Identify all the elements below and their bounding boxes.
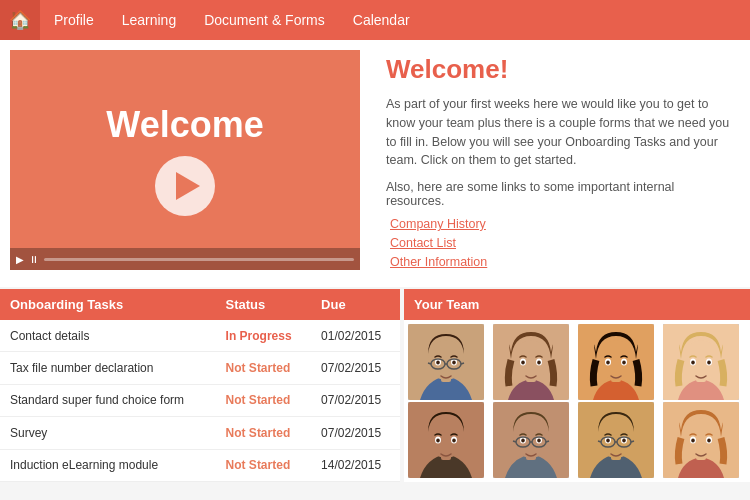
- team-avatar[interactable]: [578, 324, 654, 400]
- task-name: Standard super fund choice form: [0, 384, 216, 416]
- task-name: Survey: [0, 417, 216, 449]
- svg-point-70: [707, 439, 711, 443]
- nav-documents[interactable]: Document & Forms: [190, 0, 339, 40]
- svg-point-5: [436, 361, 440, 365]
- svg-point-45: [521, 439, 525, 443]
- svg-point-39: [452, 439, 456, 443]
- task-name: Contact details: [0, 320, 216, 352]
- play-button[interactable]: [155, 156, 215, 216]
- nav-learning[interactable]: Learning: [108, 0, 191, 40]
- table-row[interactable]: Standard super fund choice form Not Star…: [0, 384, 400, 416]
- svg-line-63: [631, 441, 634, 442]
- svg-line-51: [546, 441, 549, 442]
- welcome-panel: Welcome! As part of your first weeks her…: [376, 50, 740, 277]
- team-avatar[interactable]: [493, 402, 569, 478]
- resource-links: Company History Contact List Other Infor…: [386, 216, 730, 269]
- top-section: Welcome ▶ ⏸ Welcome! As part of your fir…: [0, 40, 750, 287]
- task-name: Tax file number declaration: [0, 352, 216, 384]
- nav-profile[interactable]: Profile: [40, 0, 108, 40]
- contact-list-link[interactable]: Contact List: [390, 236, 456, 250]
- table-row[interactable]: Survey Not Started 07/02/2015: [0, 417, 400, 449]
- svg-point-18: [537, 361, 541, 365]
- svg-point-17: [521, 361, 525, 365]
- svg-point-14: [513, 340, 549, 380]
- task-status: Not Started: [216, 449, 312, 481]
- svg-point-57: [606, 439, 610, 443]
- col-due: Due: [311, 289, 400, 320]
- home-button[interactable]: 🏠: [0, 0, 40, 40]
- task-list: Contact details In Progress 01/02/2015 T…: [0, 320, 400, 482]
- progress-bar[interactable]: [44, 258, 354, 261]
- task-due: 07/02/2015: [311, 352, 400, 384]
- svg-point-32: [707, 361, 711, 365]
- svg-point-25: [622, 361, 626, 365]
- task-due: 07/02/2015: [311, 417, 400, 449]
- team-avatar[interactable]: [493, 324, 569, 400]
- welcome-body: As part of your first weeks here we woul…: [386, 95, 730, 170]
- bottom-section: Onboarding Tasks Status Due Contact deta…: [0, 289, 750, 482]
- team-avatar[interactable]: [663, 324, 739, 400]
- svg-point-35: [428, 418, 464, 458]
- task-due: 07/02/2015: [311, 384, 400, 416]
- also-text: Also, here are some links to some import…: [386, 180, 730, 208]
- welcome-heading: Welcome!: [386, 54, 730, 85]
- svg-point-69: [691, 439, 695, 443]
- task-due: 01/02/2015: [311, 320, 400, 352]
- svg-point-28: [683, 340, 719, 380]
- svg-line-62: [598, 441, 601, 442]
- svg-line-10: [428, 363, 431, 364]
- svg-point-46: [537, 439, 541, 443]
- table-header: Onboarding Tasks Status Due: [0, 289, 400, 320]
- svg-point-38: [436, 439, 440, 443]
- task-status: Not Started: [216, 417, 312, 449]
- svg-point-58: [622, 439, 626, 443]
- svg-point-66: [683, 418, 719, 458]
- team-avatar[interactable]: [663, 402, 739, 478]
- table-row[interactable]: Induction eLearning module Not Started 1…: [0, 449, 400, 481]
- play-icon: [176, 172, 200, 200]
- team-avatar[interactable]: [408, 402, 484, 478]
- video-title: Welcome: [106, 104, 263, 146]
- task-name: Induction eLearning module: [0, 449, 216, 481]
- svg-point-24: [606, 361, 610, 365]
- company-history-link[interactable]: Company History: [390, 217, 486, 231]
- table-row[interactable]: Contact details In Progress 01/02/2015: [0, 320, 400, 352]
- navbar: 🏠 Profile Learning Document & Forms Cale…: [0, 0, 750, 40]
- task-status: In Progress: [216, 320, 312, 352]
- task-status: Not Started: [216, 352, 312, 384]
- video-controls: ▶ ⏸: [10, 248, 360, 270]
- svg-point-31: [691, 361, 695, 365]
- pause-icon[interactable]: ⏸: [29, 254, 39, 265]
- play-pause-icon[interactable]: ▶: [16, 254, 24, 265]
- col-task: Onboarding Tasks: [0, 289, 216, 320]
- team-header: Your Team: [404, 289, 750, 320]
- other-information-link[interactable]: Other Information: [390, 255, 487, 269]
- task-due: 14/02/2015: [311, 449, 400, 481]
- svg-line-50: [513, 441, 516, 442]
- table-row[interactable]: Tax file number declaration Not Started …: [0, 352, 400, 384]
- svg-line-11: [461, 363, 464, 364]
- onboarding-table: Onboarding Tasks Status Due Contact deta…: [0, 289, 400, 482]
- svg-point-6: [452, 361, 456, 365]
- team-avatar[interactable]: [578, 402, 654, 478]
- your-team-panel: Your Team: [404, 289, 750, 482]
- nav-calendar[interactable]: Calendar: [339, 0, 424, 40]
- team-avatar[interactable]: [408, 324, 484, 400]
- team-grid: [404, 320, 750, 482]
- col-status: Status: [216, 289, 312, 320]
- video-player[interactable]: Welcome ▶ ⏸: [10, 50, 360, 270]
- task-status: Not Started: [216, 384, 312, 416]
- svg-point-21: [598, 340, 634, 380]
